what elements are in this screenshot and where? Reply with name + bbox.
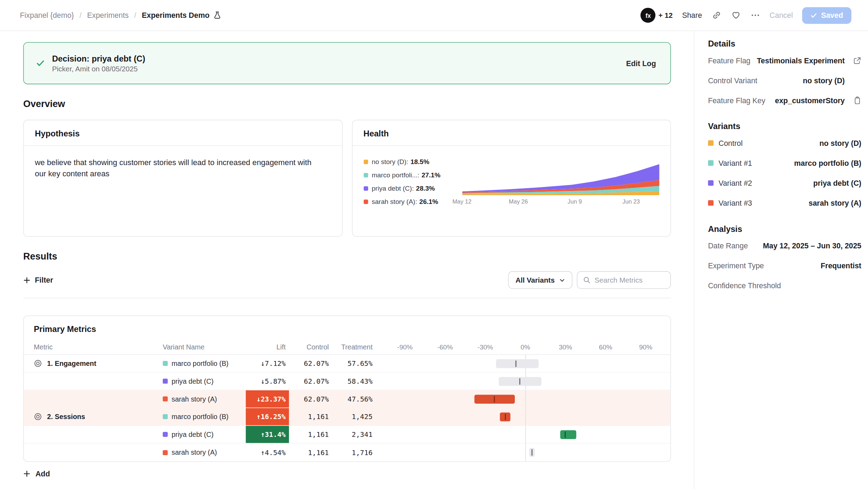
metric-target-icon — [34, 412, 42, 421]
external-link-icon[interactable] — [845, 56, 861, 65]
metric-name: 2. Sessions — [47, 413, 85, 420]
check-icon — [811, 12, 817, 19]
point-estimate-tick — [565, 431, 566, 438]
clipboard-icon[interactable] — [845, 96, 861, 105]
hypothesis-text: we believe that showing customer stories… — [24, 146, 334, 191]
health-x-axis: May 12May 26Jun 9Jun 23 — [462, 197, 659, 206]
flask-icon — [214, 11, 222, 20]
cancel-button[interactable]: Cancel — [769, 11, 793, 20]
decision-banner: Decision: priya debt (C) Picker, Amit on… — [23, 42, 671, 84]
metric-row[interactable]: 1. Engagementmarco portfolio (B)↓7.12%62… — [24, 355, 670, 373]
ci-chart-cell — [376, 373, 661, 390]
variant-cell: priya debt (C) — [163, 377, 246, 385]
x-axis-label: May 12 — [453, 198, 472, 205]
details-sidebar: Details Feature Flag Testimonials Experi… — [694, 31, 868, 489]
share-button[interactable]: Share — [682, 11, 702, 20]
metric-row[interactable]: 2. Sessionsmarco portfolio (B)↑16.25%1,1… — [24, 408, 670, 426]
variant-cell: sarah story (A) — [163, 448, 246, 456]
control-value: 1,161 — [289, 448, 332, 456]
treatment-value: 57.65% — [332, 359, 376, 368]
variant-cell: priya debt (C) — [163, 431, 246, 438]
edit-log-button[interactable]: Edit Log — [626, 59, 656, 68]
confidence-interval-bar — [475, 395, 515, 403]
metrics-table-header: Metric Variant Name Lift Control Treatme… — [24, 339, 670, 355]
detail-row-control-variant: Control Variant no story (D) — [708, 70, 861, 90]
app: Fixpanel {demo} / Experiments / Experime… — [0, 0, 868, 489]
legend-value: 28.3% — [416, 185, 435, 192]
health-legend-item: no story (D):18.5% — [363, 158, 462, 166]
metrics-table-body: 1. Engagementmarco portfolio (B)↓7.12%62… — [24, 355, 670, 461]
variant-color-swatch — [708, 200, 714, 206]
lift-cell: ↑4.54% — [246, 444, 289, 461]
main-content: Decision: priya debt (C) Picker, Amit on… — [0, 31, 694, 489]
variants-section: Variants Control no story (D) Variant #1… — [708, 121, 861, 213]
metric-row[interactable]: sarah story (A)↓23.37%62.07%47.56% — [24, 390, 670, 408]
legend-label: sarah story (A): — [372, 198, 417, 206]
zero-line — [525, 444, 526, 461]
variant-name: Variant #1 — [718, 159, 752, 167]
analysis-value: Frequentist — [821, 261, 861, 270]
variant-cell: sarah story (A) — [163, 395, 246, 403]
avatar[interactable]: fx — [641, 8, 656, 23]
variant-name: priya debt (C) — [172, 431, 214, 438]
treatment-value: 2,341 — [332, 430, 376, 439]
legend-value: 27.1% — [421, 171, 440, 179]
variant-value: priya debt (C) — [813, 179, 861, 187]
detail-value: Testimonials Experiment — [757, 56, 845, 65]
heart-icon — [731, 10, 740, 20]
collaborator-count[interactable]: + 12 — [658, 11, 673, 20]
metric-row[interactable]: priya debt (C)↓5.87%62.07%58.43% — [24, 373, 670, 390]
metric-row[interactable]: priya debt (C)↑31.4%1,1612,341 — [24, 426, 670, 444]
axis-tick-label: 30% — [559, 343, 572, 350]
point-estimate-tick — [515, 360, 516, 367]
point-estimate-tick — [494, 396, 495, 402]
zero-line — [525, 426, 526, 443]
axis-tick-label: 90% — [639, 343, 652, 350]
analysis-section: Analysis Date Range May 12, 2025 – Jun 3… — [708, 224, 861, 295]
metric-row[interactable]: sarah story (A)↑4.54%1,1611,716 — [24, 444, 670, 461]
more-menu-button[interactable] — [750, 10, 760, 20]
variant-name: marco portfolio (B) — [172, 360, 229, 367]
analysis-label: Date Range — [708, 241, 748, 250]
variant-row-3: Variant #3 sarah story (A) — [708, 193, 861, 213]
copy-link-button[interactable] — [711, 10, 722, 20]
breadcrumb-separator: / — [79, 11, 81, 20]
variant-name: marco portfolio (B) — [172, 413, 229, 420]
control-value: 62.07% — [289, 359, 332, 368]
health-area-chart — [462, 160, 659, 195]
results-heading: Results — [23, 251, 671, 262]
decision-check-icon — [36, 59, 45, 68]
treatment-value: 1,716 — [332, 448, 376, 456]
add-filter-button[interactable]: Filter — [23, 276, 53, 284]
favorite-button[interactable] — [731, 10, 741, 20]
treatment-value: 58.43% — [332, 377, 376, 385]
health-title: Health — [352, 120, 670, 146]
variants-dropdown-value: All Variants — [515, 276, 555, 284]
plus-icon — [23, 276, 31, 284]
overview-heading: Overview — [23, 99, 671, 110]
breadcrumb-project[interactable]: Fixpanel {demo} — [20, 11, 74, 20]
add-metric-button[interactable]: Add — [23, 470, 50, 478]
analysis-value: May 12, 2025 – Jun 30, 2025 — [763, 241, 861, 250]
variant-name: sarah story (A) — [172, 395, 217, 403]
legend-color-swatch — [363, 160, 368, 164]
decision-byline: Picker, Amit on 08/05/2025 — [52, 65, 145, 73]
confidence-interval-bar — [500, 412, 511, 421]
variant-name: sarah story (A) — [172, 448, 217, 456]
detail-label: Feature Flag Key — [708, 96, 765, 105]
confidence-interval-bar — [529, 448, 535, 457]
saved-button[interactable]: Saved — [802, 7, 852, 24]
analysis-row-confidence-threshold: Confidence Threshold — [708, 276, 861, 296]
point-estimate-tick — [505, 413, 506, 420]
axis-tick-label: -90% — [397, 343, 413, 350]
saved-label: Saved — [821, 11, 843, 20]
legend-color-swatch — [363, 186, 368, 191]
legend-label: priya debt (C): — [372, 185, 414, 192]
search-input[interactable] — [594, 276, 665, 284]
breadcrumb-experiments[interactable]: Experiments — [87, 11, 129, 20]
variants-dropdown[interactable]: All Variants — [508, 271, 572, 289]
link-icon — [712, 10, 721, 20]
details-section: Details Feature Flag Testimonials Experi… — [708, 39, 861, 110]
detail-row-feature-flag: Feature Flag Testimonials Experiment — [708, 50, 861, 70]
analysis-row-experiment-type: Experiment Type Frequentist — [708, 256, 861, 276]
